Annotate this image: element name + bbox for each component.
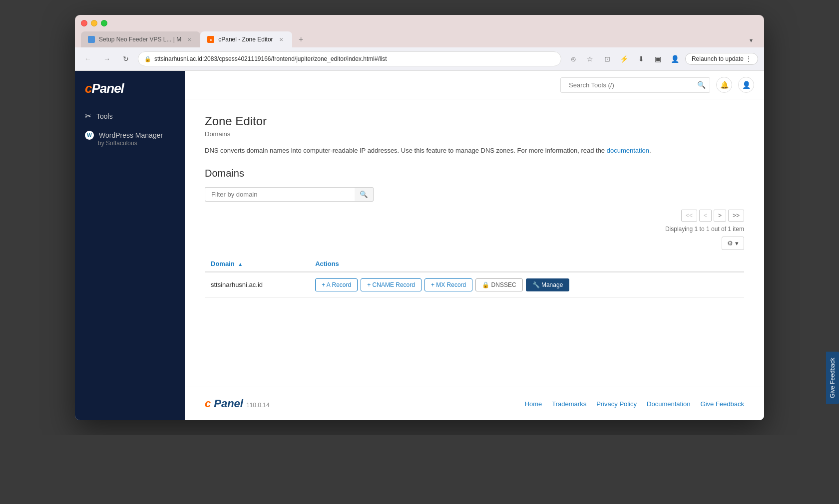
pagination-area: << < > >> — [205, 210, 744, 222]
documentation-link[interactable]: documentation — [607, 147, 649, 154]
pagination-prev-button[interactable]: < — [699, 210, 712, 222]
sidebar: cPanel ✂ Tools W WordPress Manager by So… — [75, 71, 185, 420]
profile-icon[interactable]: 👤 — [668, 52, 682, 66]
share-icon[interactable]: ⎋ — [566, 52, 580, 66]
domain-column-label: Domain — [211, 260, 235, 267]
footer: cPanel 110.0.14 Home Trademarks Privacy … — [185, 387, 764, 420]
traffic-lights — [81, 20, 758, 26]
tools-icon: ✂ — [85, 111, 91, 121]
relaunch-label: Relaunch to update — [692, 55, 744, 62]
wordpress-label: WordPress Manager — [99, 131, 163, 139]
tab-2-title: cPanel - Zone Editor — [218, 36, 273, 43]
footer-link-trademarks[interactable]: Trademarks — [552, 400, 586, 408]
url-text: sttsinarhusni.ac.id:2083/cpsess402111916… — [154, 55, 387, 62]
gear-dropdown-icon: ▾ — [735, 240, 739, 247]
sidebar-item-tools-label: Tools — [96, 112, 113, 120]
browser-titlebar: Setup Neo Feeder VPS L... | M ✕ c cPanel… — [75, 15, 764, 47]
maximize-window-button[interactable] — [101, 20, 107, 26]
footer-link-privacy[interactable]: Privacy Policy — [596, 400, 637, 408]
toolbar-icons: ⎋ ☆ ⊡ ⚡ ⬇ ▣ 👤 Relaunch to update ⋮ — [566, 52, 758, 66]
user-profile-button[interactable]: 👤 — [738, 77, 754, 93]
pagination-info-text: Displaying 1 to 1 out of 1 item — [665, 226, 744, 233]
tab-1-close[interactable]: ✕ — [185, 35, 193, 43]
tab-1-title: Setup Neo Feeder VPS L... | M — [99, 36, 181, 43]
sidebar-toggle-icon[interactable]: ▣ — [651, 52, 665, 66]
actions-cell: + A Record + CNAME Record + MX Record 🔒 … — [309, 272, 744, 298]
minimize-window-button[interactable] — [91, 20, 97, 26]
dnssec-button[interactable]: 🔒 DNSSEC — [475, 278, 522, 291]
relaunch-chevron: ⋮ — [746, 55, 752, 62]
gear-area: ⚙ ▾ — [205, 237, 744, 250]
tab-bar-right: ▾ — [744, 33, 758, 47]
footer-link-documentation[interactable]: Documentation — [647, 400, 690, 408]
page-content: cPanel ✂ Tools W WordPress Manager by So… — [75, 71, 764, 420]
mx-record-button[interactable]: + MX Record — [424, 278, 472, 291]
tab-2-close[interactable]: ✕ — [277, 35, 285, 43]
pagination-first-button[interactable]: << — [681, 210, 697, 222]
a-record-button[interactable]: + A Record — [315, 278, 358, 291]
screenshot-icon[interactable]: ⊡ — [600, 52, 614, 66]
tabs-bar: Setup Neo Feeder VPS L... | M ✕ c cPanel… — [81, 31, 758, 47]
pagination-info: Displaying 1 to 1 out of 1 item — [205, 226, 744, 233]
pagination-next-button[interactable]: > — [714, 210, 726, 222]
logo-panel: Panel — [91, 81, 123, 96]
logo-cp: c — [85, 81, 91, 96]
content-wrapper: Zone Editor Domains DNS converts domain … — [185, 99, 764, 387]
search-icon: 🔍 — [697, 81, 706, 89]
tab-1[interactable]: Setup Neo Feeder VPS L... | M ✕ — [81, 31, 200, 47]
sidebar-item-wordpress[interactable]: W WordPress Manager by Softaculous — [75, 126, 185, 152]
download-icon[interactable]: ⬇ — [634, 52, 648, 66]
back-button[interactable]: ← — [81, 52, 95, 66]
description-text-suffix: . — [649, 147, 651, 154]
manage-button[interactable]: 🔧 Manage — [526, 278, 570, 291]
table-row: sttsinarhusni.ac.id + A Record + CNAME R… — [205, 272, 744, 298]
wordpress-row: W WordPress Manager — [85, 131, 175, 140]
page-subtitle: Domains — [205, 130, 744, 138]
cname-record-button[interactable]: + CNAME Record — [361, 278, 421, 291]
relaunch-button[interactable]: Relaunch to update ⋮ — [685, 53, 758, 65]
sidebar-item-tools[interactable]: ✂ Tools — [75, 106, 185, 126]
cpanel-logo: cPanel — [75, 81, 185, 106]
search-tools-bar[interactable]: 🔍 — [560, 77, 710, 93]
main-header: 🔍 🔔 👤 — [185, 71, 764, 99]
new-tab-button[interactable]: + — [294, 32, 308, 46]
close-window-button[interactable] — [81, 20, 87, 26]
tab-2-favicon: c — [207, 36, 214, 43]
wordpress-icon: W — [85, 131, 94, 140]
footer-version: 110.0.14 — [246, 402, 270, 409]
section-title: Domains — [205, 168, 744, 179]
main-area: 🔍 🔔 👤 Zone Editor Domains DNS converts d… — [185, 71, 764, 420]
column-header-domain[interactable]: Domain ▲ — [205, 256, 309, 272]
table-body: sttsinarhusni.ac.id + A Record + CNAME R… — [205, 272, 744, 298]
filter-input[interactable] — [205, 187, 355, 202]
footer-logo: cPanel 110.0.14 — [205, 397, 270, 410]
page-title: Zone Editor — [205, 114, 744, 128]
filter-search-button[interactable]: 🔍 — [355, 187, 374, 202]
tab-1-favicon — [88, 36, 95, 43]
table-header-row: Domain ▲ Actions — [205, 256, 744, 272]
domains-table: Domain ▲ Actions sttsinarhusni.ac.id — [205, 256, 744, 298]
search-tools-input[interactable] — [565, 78, 697, 92]
reload-button[interactable]: ↻ — [119, 52, 133, 66]
extensions-icon[interactable]: ⚡ — [617, 52, 631, 66]
footer-link-home[interactable]: Home — [525, 400, 542, 408]
tab-dropdown-button[interactable]: ▾ — [744, 33, 758, 47]
footer-logo-panel: Panel — [214, 397, 243, 410]
pagination-last-button[interactable]: >> — [728, 210, 744, 222]
domain-cell: sttsinarhusni.ac.id — [205, 272, 309, 298]
footer-links: Home Trademarks Privacy Policy Documenta… — [525, 400, 744, 408]
table-head: Domain ▲ Actions — [205, 256, 744, 272]
tab-2[interactable]: c cPanel - Zone Editor ✕ — [200, 31, 292, 47]
lock-icon: 🔒 — [144, 56, 151, 62]
address-bar[interactable]: 🔒 sttsinarhusni.ac.id:2083/cpsess4021119… — [138, 51, 561, 66]
bookmark-icon[interactable]: ☆ — [583, 52, 597, 66]
browser-window: Setup Neo Feeder VPS L... | M ✕ c cPanel… — [75, 15, 764, 420]
footer-logo-cp: c — [205, 397, 211, 410]
gear-button[interactable]: ⚙ ▾ — [722, 237, 744, 250]
column-header-actions: Actions — [309, 256, 744, 272]
filter-bar: 🔍 — [205, 187, 744, 202]
browser-toolbar: ← → ↻ 🔒 sttsinarhusni.ac.id:2083/cpsess4… — [75, 47, 764, 71]
notifications-button[interactable]: 🔔 — [716, 77, 732, 93]
footer-link-feedback[interactable]: Give Feedback — [701, 400, 744, 408]
forward-button[interactable]: → — [100, 52, 114, 66]
